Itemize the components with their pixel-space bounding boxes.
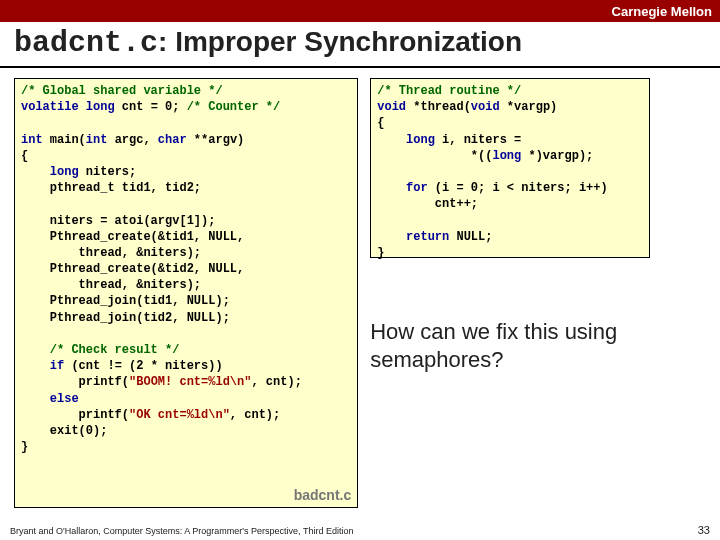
right-column: /* Thread routine */ void *thread(void *… [370,78,706,508]
header-bar: Carnegie Mellon [0,0,720,22]
footer-citation: Bryant and O'Hallaron, Computer Systems:… [10,526,353,536]
code-filename-label: badcnt.c [294,486,352,505]
content-area: /* Global shared variable */ volatile lo… [0,68,720,508]
question-text: How can we fix this using semaphores? [370,318,706,373]
page-number: 33 [698,524,710,536]
title-code: badcnt.c [14,26,158,60]
left-code-block: /* Global shared variable */ volatile lo… [14,78,358,508]
right-code-block: /* Thread routine */ void *thread(void *… [370,78,650,258]
institution-label: Carnegie Mellon [612,4,712,19]
title-text: : Improper Synchronization [158,26,522,57]
slide-title: badcnt.c: Improper Synchronization [0,22,720,68]
